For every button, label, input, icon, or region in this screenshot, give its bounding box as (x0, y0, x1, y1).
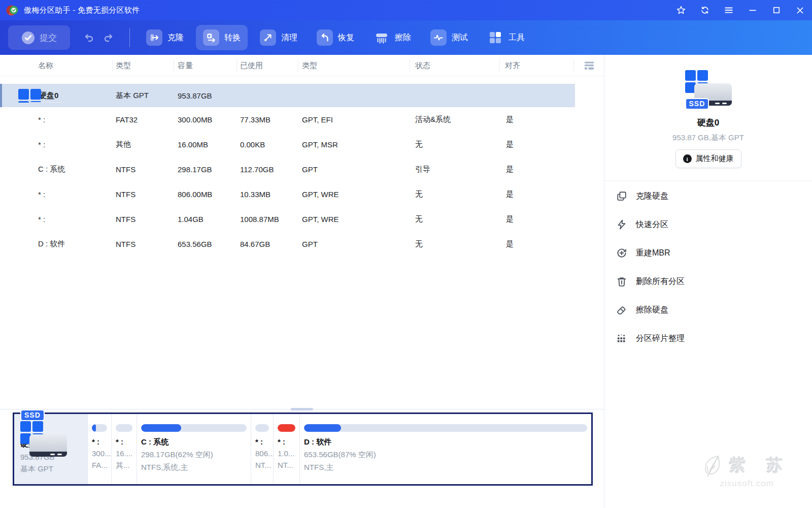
partition-size: 806... (255, 449, 269, 458)
row-name: 硬盘0 (39, 91, 58, 101)
row-aligned: 是 (500, 140, 575, 149)
row-fs-type: NTFS (113, 190, 174, 199)
header-name[interactable]: 名称 (0, 59, 113, 72)
header-status[interactable]: 状态 (410, 59, 500, 72)
disk-map-partition[interactable]: * : 1.0... NT... (273, 414, 299, 484)
test-label: 测试 (452, 33, 468, 43)
submit-label: 提交 (40, 32, 57, 44)
sidebar-disk-icon-area: SSD (604, 70, 812, 110)
table-row[interactable]: * : NTFS 806.00MB 10.33MB GPT, WRE 无 是 (0, 182, 575, 207)
row-used: 10.33MB (237, 190, 298, 199)
row-part-type: GPT, WRE (298, 215, 410, 224)
row-fs-type: NTFS (113, 240, 174, 248)
partition-size: 300... (92, 449, 107, 458)
test-button[interactable]: 测试 (423, 25, 475, 50)
tools-button[interactable]: 工具 (480, 25, 532, 50)
disk-map-partition[interactable]: C : 系统 298.17GB(62% 空闲) NTFS,系统,主 (137, 414, 251, 484)
partition-fs: 其... (116, 461, 132, 470)
recover-button[interactable]: 恢复 (310, 25, 361, 50)
tools-label: 工具 (509, 33, 525, 43)
row-used: 0.00KB (237, 140, 298, 149)
app-window: 傲梅分区助手 - 免费无损分区软件 (0, 0, 812, 508)
maximize-button[interactable] (764, 0, 788, 20)
clone-button[interactable]: 克隆 (139, 25, 191, 50)
sidebar-menu: 克隆硬盘 快速分区 重建MBR (604, 181, 812, 353)
disk-map-partition[interactable]: * : 806... NT... (251, 414, 273, 484)
refresh-icon[interactable] (693, 0, 717, 20)
row-status: 无 (410, 214, 500, 224)
menu-label: 擦除硬盘 (636, 305, 668, 315)
disk-list-panel: 名称 类型 容量 已使用 类型 状态 对齐 SSD 硬盘0 基本 GPT 953… (0, 55, 604, 508)
row-status: 无 (410, 189, 500, 199)
erase-button[interactable]: 擦除 (366, 25, 418, 50)
clean-label: 清理 (281, 33, 297, 43)
row-aligned: 是 (500, 189, 575, 199)
row-status: 活动&系统 (410, 115, 500, 124)
app-logo-icon (6, 4, 19, 17)
disk-map-disk-cell[interactable]: SSD 硬盘0 953.87GB 基本 GPT (14, 414, 87, 484)
menu-icon[interactable] (717, 0, 740, 20)
minimize-button[interactable] (740, 0, 764, 20)
partition-fs: NTFS,主 (304, 463, 587, 472)
row-part-type: GPT, WRE (298, 190, 410, 199)
disk-map-partition[interactable]: D : 软件 653.56GB(87% 空闲) NTFS,主 (299, 414, 591, 484)
menu-item-clone-disk[interactable]: 克隆硬盘 (604, 182, 812, 210)
header-capacity[interactable]: 容量 (174, 59, 237, 72)
disk-map-partition[interactable]: * : 300... FA... (87, 414, 111, 484)
menu-label: 重建MBR (636, 248, 670, 259)
header-fs-type[interactable]: 类型 (113, 59, 174, 72)
row-capacity: 953.87GB (174, 91, 237, 100)
table-row[interactable]: SSD 硬盘0 基本 GPT 953.87GB (0, 84, 575, 107)
partition-usage-bar (141, 424, 247, 432)
row-capacity: 1.04GB (174, 215, 237, 224)
clean-button[interactable]: 清理 (253, 25, 304, 50)
menu-item-quick-partition[interactable]: 快速分区 (604, 210, 812, 239)
menu-item-wipe-disk[interactable]: 擦除硬盘 (604, 296, 812, 324)
partition-usage-bar (116, 424, 132, 432)
submit-button[interactable]: 提交 (8, 25, 70, 50)
row-fs-type: FAT32 (113, 115, 174, 124)
header-part-type[interactable]: 类型 (298, 59, 410, 72)
redo-icon[interactable] (102, 31, 114, 44)
table-row[interactable]: * : NTFS 1.04GB 1008.87MB GPT, WRE 无 是 (0, 207, 575, 232)
table-row[interactable]: * : 其他 16.00MB 0.00KB GPT, MSR 无 是 (0, 132, 575, 157)
recover-label: 恢复 (338, 33, 354, 43)
row-fs-type: 其他 (113, 140, 174, 149)
partition-usage-bar (304, 424, 587, 432)
convert-button[interactable]: 转换 (196, 25, 248, 50)
row-used: 112.70GB (237, 165, 298, 174)
close-button[interactable] (788, 0, 812, 20)
table-row[interactable]: D : 软件 NTFS 653.56GB 84.67GB GPT 无 是 (0, 232, 575, 257)
row-capacity: 16.00MB (174, 140, 237, 149)
menu-item-partition-defrag[interactable]: 分区碎片整理 (604, 324, 812, 353)
row-part-type: GPT (298, 240, 410, 248)
lightning-icon (616, 219, 628, 230)
menu-label: 删除所有分区 (636, 276, 685, 287)
row-part-type: GPT, EFI (298, 115, 410, 124)
column-layout-icon[interactable] (574, 59, 604, 72)
disk-map-partition[interactable]: * : 16.... 其... (111, 414, 137, 484)
watermark: 紫 苏 zisusoft.com (703, 454, 791, 489)
menu-item-rebuild-mbr[interactable]: 重建MBR (604, 239, 812, 267)
partition-fs: FA... (92, 461, 107, 469)
menu-item-delete-all-partitions[interactable]: 删除所有分区 (604, 267, 812, 296)
favorite-star-icon[interactable] (669, 0, 693, 20)
row-status: 引导 (410, 165, 500, 174)
disk-map-disk-type: 基本 GPT (20, 464, 87, 474)
undo-icon[interactable] (83, 31, 95, 44)
panel-splitter (0, 409, 604, 409)
table-row[interactable]: C : 系统 NTFS 298.17GB 112.70GB GPT 引导 是 (0, 157, 575, 182)
header-aligned[interactable]: 对齐 (500, 59, 574, 72)
ssd-disk-icon-small: SSD (18, 89, 35, 103)
titlebar: 傲梅分区助手 - 免费无损分区软件 (0, 0, 812, 20)
eraser-icon (616, 304, 628, 315)
submit-check-icon (21, 31, 35, 45)
properties-health-button[interactable]: i 属性和健康 (675, 149, 741, 168)
splitter-handle[interactable] (291, 408, 313, 410)
header-used[interactable]: 已使用 (237, 59, 298, 72)
table-row[interactable]: * : FAT32 300.00MB 77.33MB GPT, EFI 活动&系… (0, 107, 575, 132)
row-capacity: 298.17GB (174, 165, 237, 174)
row-name: * : (38, 215, 45, 224)
partition-cells: * : 300... FA... * : 16.... 其... C : 系统 … (87, 414, 591, 484)
window-controls (669, 0, 812, 20)
